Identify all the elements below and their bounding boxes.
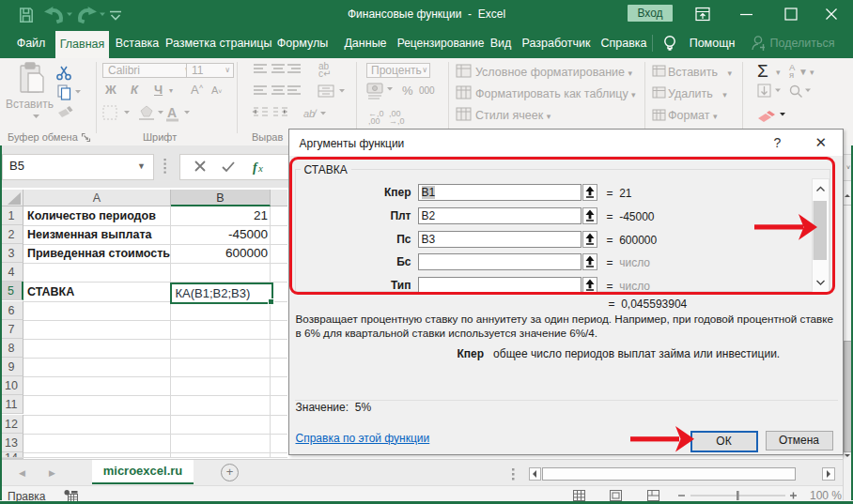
svg-text:→,0: →,0 xyxy=(389,116,405,126)
svg-text:,00: ,00 xyxy=(368,116,380,126)
svg-text:x: x xyxy=(257,162,263,174)
svg-text:ab̸: ab̸ xyxy=(303,108,318,119)
svg-text:c↵: c↵ xyxy=(318,69,331,79)
svg-text:100 %: 100 % xyxy=(810,489,842,502)
svg-text:А: А xyxy=(167,105,177,120)
